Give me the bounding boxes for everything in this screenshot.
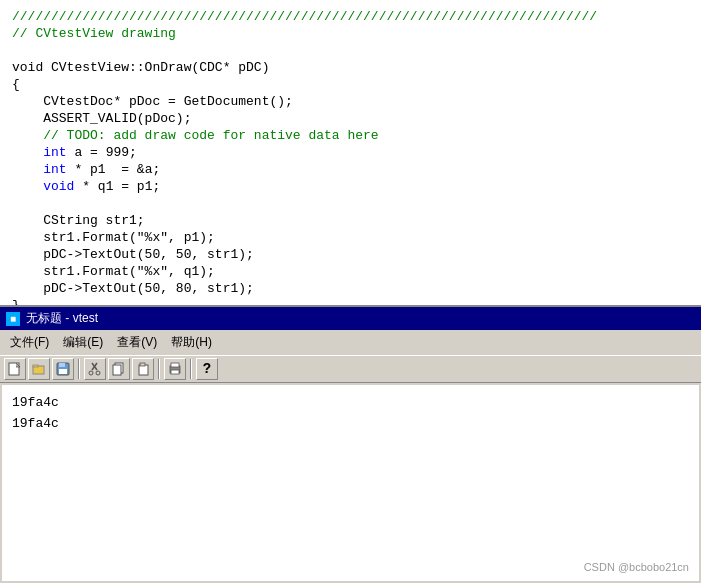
menu-view[interactable]: 查看(V) <box>111 332 163 353</box>
watermark: CSDN @bcbobo21cn <box>584 561 689 573</box>
toolbar-open[interactable] <box>28 358 50 380</box>
output-value-2: 19fa4c <box>12 416 59 431</box>
svg-rect-11 <box>113 365 121 375</box>
app-window: ■ 无标题 - vtest 文件(F) 编辑(E) 查看(V) 帮助(H) <box>0 305 701 583</box>
window-icon: ■ <box>6 312 20 326</box>
code-line: // CVtestView drawing <box>12 25 689 42</box>
code-line: void CVtestView::OnDraw(CDC* pDC) <box>12 59 689 76</box>
code-line: { <box>12 76 689 93</box>
svg-rect-15 <box>171 363 179 367</box>
toolbar-print[interactable] <box>164 358 186 380</box>
toolbar-separator-3 <box>190 359 192 379</box>
code-line: int * p1 = &a; <box>12 161 689 178</box>
toolbar-cut[interactable] <box>84 358 106 380</box>
toolbar-help[interactable]: ? <box>196 358 218 380</box>
svg-rect-16 <box>171 370 179 374</box>
output-line-1: 19fa4c <box>12 395 689 410</box>
svg-rect-2 <box>33 365 38 367</box>
svg-point-9 <box>96 371 100 375</box>
menu-edit[interactable]: 编辑(E) <box>57 332 109 353</box>
code-line: void * q1 = p1; <box>12 178 689 195</box>
code-line: CString str1; <box>12 212 689 229</box>
toolbar: ? <box>0 355 701 383</box>
window-titlebar: ■ 无标题 - vtest <box>0 307 701 330</box>
svg-rect-12 <box>139 365 148 375</box>
menu-help[interactable]: 帮助(H) <box>165 332 218 353</box>
code-line: pDC->TextOut(50, 50, str1); <box>12 246 689 263</box>
menubar: 文件(F) 编辑(E) 查看(V) 帮助(H) <box>0 330 701 355</box>
svg-rect-13 <box>140 363 145 366</box>
code-line: ////////////////////////////////////////… <box>12 8 689 25</box>
svg-rect-5 <box>59 369 67 374</box>
toolbar-separator-1 <box>78 359 80 379</box>
code-line: } <box>12 297 689 305</box>
code-editor: ////////////////////////////////////////… <box>0 0 701 305</box>
svg-point-8 <box>89 371 93 375</box>
svg-rect-4 <box>59 363 65 367</box>
output-value-1: 19fa4c <box>12 395 59 410</box>
toolbar-copy[interactable] <box>108 358 130 380</box>
toolbar-paste[interactable] <box>132 358 154 380</box>
code-line: str1.Format("%x", q1); <box>12 263 689 280</box>
code-line: CVtestDoc* pDoc = GetDocument(); <box>12 93 689 110</box>
output-line-2: 19fa4c <box>12 416 689 431</box>
code-line: // TODO: add draw code for native data h… <box>12 127 689 144</box>
code-line <box>12 42 689 59</box>
code-line <box>12 195 689 212</box>
toolbar-save[interactable] <box>52 358 74 380</box>
code-line: pDC->TextOut(50, 80, str1); <box>12 280 689 297</box>
toolbar-separator-2 <box>158 359 160 379</box>
code-line: str1.Format("%x", p1); <box>12 229 689 246</box>
code-line: int a = 999; <box>12 144 689 161</box>
window-title: 无标题 - vtest <box>26 310 98 327</box>
window-content: 19fa4c 19fa4c CSDN @bcbobo21cn <box>2 385 699 581</box>
menu-file[interactable]: 文件(F) <box>4 332 55 353</box>
toolbar-new[interactable] <box>4 358 26 380</box>
code-line: ASSERT_VALID(pDoc); <box>12 110 689 127</box>
